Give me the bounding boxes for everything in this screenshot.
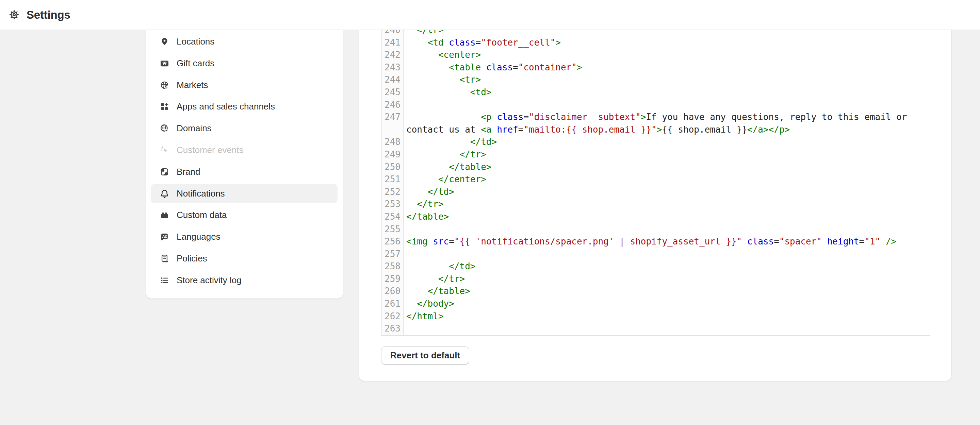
location-pin-icon xyxy=(160,37,169,46)
shopify-settings-page: { "header": { "title": "Settings" }, "si… xyxy=(0,0,980,425)
cursor-click-icon xyxy=(160,146,169,155)
line-number: 262 xyxy=(382,310,401,323)
sidebar-item-store-activity-log[interactable]: Store activity log xyxy=(151,271,337,290)
code-token: class xyxy=(449,37,476,48)
code-token: </td> xyxy=(428,187,454,197)
line-number: 259 xyxy=(382,273,401,285)
code-token: <tr> xyxy=(460,75,481,85)
code-line: 243 <table class="container"> xyxy=(382,61,930,74)
code-line: 244 <tr> xyxy=(382,73,930,86)
code-token: "mailto:{{ shop.email }}" xyxy=(523,124,656,135)
sidebar-item-label: Languages xyxy=(177,232,221,242)
code-line: 250 </table> xyxy=(382,161,930,173)
line-number: 251 xyxy=(382,173,401,186)
line-number: 254 xyxy=(382,211,401,223)
code-token: class xyxy=(486,62,513,73)
code-token xyxy=(406,75,460,85)
code-token: > xyxy=(657,124,662,135)
line-number: 253 xyxy=(382,198,401,211)
page-title: Settings xyxy=(27,8,70,21)
code-token xyxy=(406,261,449,271)
sidebar-item-label: Custom data xyxy=(177,210,227,220)
code-token xyxy=(406,174,438,184)
code-token: <p xyxy=(481,112,492,122)
sidebar-item-locations[interactable]: Locations xyxy=(151,32,337,51)
sidebar-item-label: Brand xyxy=(177,167,200,177)
code-token xyxy=(406,137,470,147)
line-number: 258 xyxy=(382,260,401,273)
globe-dollar-icon: $ xyxy=(160,81,169,90)
code-token: </tr> xyxy=(417,199,443,209)
code-token: class xyxy=(497,112,523,122)
code-token xyxy=(428,236,433,246)
sidebar-item-label: Customer events xyxy=(177,145,243,155)
code-line: 242 <center> xyxy=(382,49,930,61)
notification-template-card: 240 </tr>241 <td class="footer__cell">24… xyxy=(359,30,951,381)
code-token xyxy=(822,236,827,246)
code-line: 251 </center> xyxy=(382,173,930,186)
code-token: src xyxy=(433,236,449,246)
sidebar-item-gift-cards[interactable]: Gift cards xyxy=(151,54,337,73)
settings-header: Settings xyxy=(0,0,980,30)
code-token: href xyxy=(497,124,518,135)
code-line: contact us at <a href="mailto:{{ shop.em… xyxy=(382,124,930,136)
line-number: 249 xyxy=(382,148,401,161)
sidebar-item-policies[interactable]: Policies xyxy=(151,249,337,268)
line-number: 246 xyxy=(382,98,401,111)
code-line: 256<img src="{{ 'notifications/spacer.pn… xyxy=(382,235,930,248)
line-number: 257 xyxy=(382,248,401,260)
svg-text:$: $ xyxy=(165,84,167,89)
sidebar-item-label: Domains xyxy=(177,123,212,133)
code-token xyxy=(406,199,417,209)
code-token xyxy=(492,112,497,122)
sidebar-item-domains[interactable]: Domains xyxy=(151,119,337,138)
code-token xyxy=(406,274,438,284)
code-line: 241 <td class="footer__cell"> xyxy=(382,36,930,49)
code-line: 247 <p class="disclaimer__subtext">If yo… xyxy=(382,111,930,124)
code-token: = xyxy=(518,124,524,135)
code-line: 249 </tr> xyxy=(382,148,930,161)
code-line: 259 </tr> xyxy=(382,273,930,285)
line-number: 243 xyxy=(382,61,401,74)
code-token: = xyxy=(513,62,518,73)
code-line: 261 </body> xyxy=(382,298,930,310)
sidebar-item-brand[interactable]: Brand xyxy=(151,162,337,182)
sidebar-item-apps-and-sales-channels[interactable]: Apps and sales channels xyxy=(151,97,337,116)
code-token: </table> xyxy=(428,286,470,296)
gear-icon xyxy=(9,10,19,20)
code-line: 240 </tr> xyxy=(382,30,930,36)
revert-to-default-button[interactable]: Revert to default xyxy=(381,346,469,365)
code-token: </table> xyxy=(406,211,449,222)
sidebar-item-label: Gift cards xyxy=(177,58,215,69)
code-line: 262</html> xyxy=(382,310,930,323)
code-token xyxy=(406,286,428,296)
brick-icon xyxy=(160,211,169,220)
code-token: class xyxy=(747,236,774,246)
globe-cursor-icon xyxy=(160,124,169,133)
line-number: 248 xyxy=(382,136,401,148)
list-icon xyxy=(160,276,169,285)
line-number: 263 xyxy=(382,322,401,335)
line-number: 247 xyxy=(382,111,401,124)
sidebar-item-notifications[interactable]: Notifications xyxy=(151,184,337,203)
code-token xyxy=(406,112,481,122)
code-token: > xyxy=(577,62,582,73)
code-token xyxy=(406,298,417,309)
code-line: 260 </table> xyxy=(382,285,930,298)
brand-image-icon xyxy=(160,167,169,176)
code-token xyxy=(492,124,497,135)
sidebar-item-markets[interactable]: $Markets xyxy=(151,76,337,95)
code-token: = xyxy=(523,112,529,122)
code-editor[interactable]: 240 </tr>241 <td class="footer__cell">24… xyxy=(381,30,930,336)
code-token: > xyxy=(641,112,646,122)
translate-icon: A xyxy=(160,232,169,241)
line-number: 240 xyxy=(382,30,401,36)
code-line: 248 </td> xyxy=(382,136,930,148)
line-number: 261 xyxy=(382,298,401,310)
sidebar-item-languages[interactable]: ALanguages xyxy=(151,227,337,246)
code-token xyxy=(406,62,449,73)
sidebar-item-custom-data[interactable]: Custom data xyxy=(151,205,337,225)
code-token: <center> xyxy=(438,50,481,60)
code-token: "disclaimer__subtext" xyxy=(529,112,641,122)
settings-sidebar: LocationsGift cards$MarketsApps and sale… xyxy=(146,30,343,298)
